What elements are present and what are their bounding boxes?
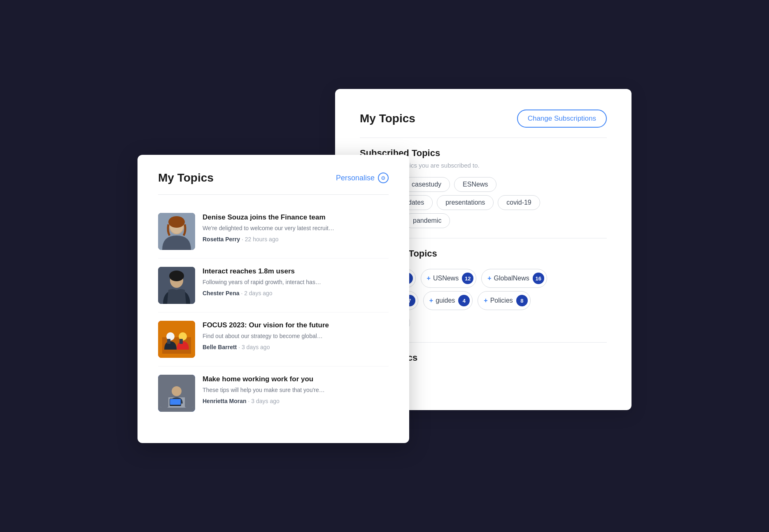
suggested-pill-usnews[interactable]: + USNews 12 (421, 269, 477, 288)
news-thumbnail-1 (158, 213, 195, 250)
news-item-1[interactable]: Denise Souza joins the Finance team We'r… (158, 205, 389, 259)
suggested-label: GlobalNews (494, 275, 529, 282)
news-time-1: · 22 hours ago (242, 236, 279, 243)
news-time-2: · 2 days ago (241, 290, 272, 296)
plus-icon: + (487, 275, 491, 282)
news-item-3[interactable]: FOCUS 2023: Our vision for the future Fi… (158, 313, 389, 366)
news-meta-4: Henrietta Moran · 3 days ago (203, 398, 389, 404)
screenshot-container: My Topics Change Subscriptions Subscribe… (137, 89, 632, 443)
news-author-4: Henrietta Moran (203, 398, 247, 404)
svg-rect-19 (170, 399, 181, 405)
news-author-3: Belle Barrett (203, 344, 237, 350)
svg-point-3 (168, 216, 185, 228)
news-meta-3: Belle Barrett · 3 days ago (203, 344, 389, 350)
suggested-pill-policies[interactable]: + Policies 8 (478, 291, 530, 310)
svg-rect-15 (160, 394, 168, 408)
suggested-label: USNews (433, 275, 459, 282)
news-headline-2: Interact reaches 1.8m users (203, 267, 389, 276)
back-panel-header: My Topics Change Subscriptions (360, 110, 607, 128)
topic-pill-presentations[interactable]: presentations (437, 195, 494, 210)
news-excerpt-1: We're delighted to welcome our very late… (203, 224, 389, 233)
news-excerpt-4: These tips will help you make sure that … (203, 386, 389, 394)
topic-pill-covid19[interactable]: covid-19 (498, 195, 540, 210)
suggested-label: guides (436, 297, 455, 304)
svg-rect-11 (167, 339, 170, 344)
topic-pill-pandemic[interactable]: pandemic (404, 213, 450, 228)
news-excerpt-3: Find out about our strategy to become gl… (203, 332, 389, 341)
news-content-2: Interact reaches 1.8m users Following ye… (203, 267, 389, 296)
front-panel-title: My Topics (158, 171, 214, 184)
news-item-4[interactable]: Make home working work for you These tip… (158, 366, 389, 420)
news-content-1: Denise Souza joins the Finance team We'r… (203, 213, 389, 243)
suggested-pill-globalnews[interactable]: + GlobalNews 16 (481, 269, 547, 288)
news-thumbnail-2 (158, 267, 195, 304)
usnews-count: 12 (462, 273, 473, 284)
svg-point-6 (169, 271, 184, 281)
news-meta-1: Rosetta Perry · 22 hours ago (203, 236, 389, 243)
change-subscriptions-button[interactable]: Change Subscriptions (517, 110, 607, 128)
news-meta-2: Chester Pena · 2 days ago (203, 290, 389, 296)
personalise-icon: ⚙ (378, 173, 389, 183)
my-topics-front-panel: My Topics Personalise ⚙ (137, 155, 409, 443)
policies-count: 8 (516, 295, 528, 306)
news-headline-3: FOCUS 2023: Our vision for the future (203, 321, 389, 330)
globalnews-count: 16 (533, 273, 544, 284)
topic-pill-esnews[interactable]: ESNews (454, 177, 496, 192)
plus-icon: + (484, 297, 487, 304)
news-content-3: FOCUS 2023: Our vision for the future Fi… (203, 321, 389, 350)
news-item-2[interactable]: Interact reaches 1.8m users Following ye… (158, 259, 389, 313)
plus-icon: + (429, 297, 433, 304)
svg-rect-12 (179, 339, 183, 344)
news-excerpt-2: Following years of rapid growth, interac… (203, 278, 389, 287)
topic-pill-casestudy[interactable]: casestudy (403, 177, 450, 192)
front-header-divider (158, 194, 389, 195)
news-thumbnail-3 (158, 321, 195, 358)
news-list: Denise Souza joins the Finance team We'r… (158, 205, 389, 420)
news-author-2: Chester Pena (203, 290, 239, 296)
guides-count: 4 (458, 295, 470, 306)
header-divider (360, 138, 607, 138)
news-time-3: · 3 days ago (238, 344, 270, 350)
suggested-pill-guides[interactable]: + guides 4 (423, 291, 473, 310)
back-panel-title: My Topics (360, 112, 415, 125)
news-headline-4: Make home working work for you (203, 375, 389, 384)
news-time-4: · 3 days ago (248, 398, 279, 404)
news-thumbnail-4 (158, 375, 195, 412)
suggested-label: Policies (490, 297, 513, 304)
front-panel-header: My Topics Personalise ⚙ (158, 171, 389, 184)
news-content-4: Make home working work for you These tip… (203, 375, 389, 404)
plus-icon: + (427, 275, 431, 282)
news-headline-1: Denise Souza joins the Finance team (203, 213, 389, 222)
svg-rect-16 (185, 394, 193, 408)
svg-point-17 (172, 386, 182, 396)
personalise-label: Personalise (336, 174, 375, 182)
news-author-1: Rosetta Perry (203, 236, 240, 243)
personalise-button[interactable]: Personalise ⚙ (336, 173, 389, 183)
